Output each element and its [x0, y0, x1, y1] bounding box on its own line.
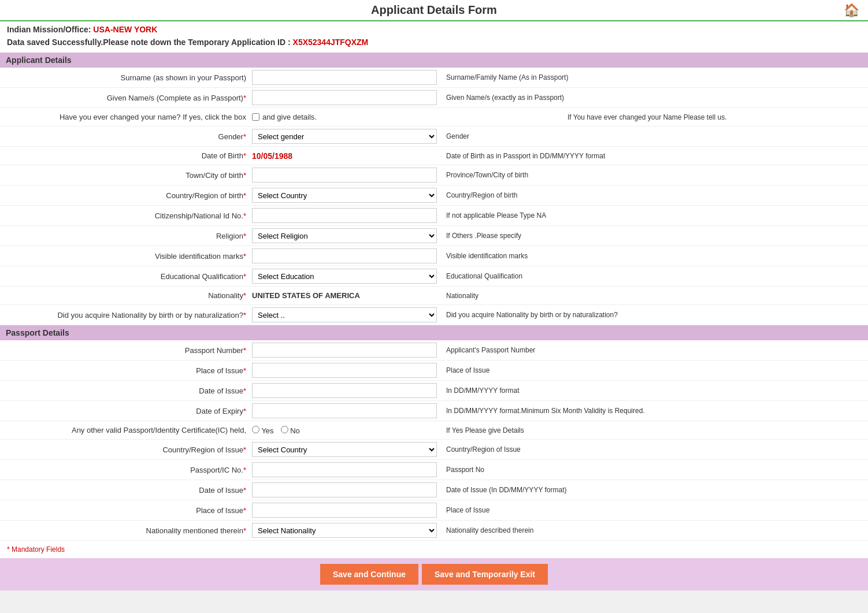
religion-row: Religion* Select Religion Hindu Muslim C… [0, 226, 868, 246]
passport-ic-input-wrapper [252, 462, 437, 477]
visible-marks-input[interactable] [252, 248, 437, 263]
given-names-label: Given Name/s (Complete as in Passport)* [3, 94, 252, 102]
passport-no-input[interactable] [252, 343, 437, 358]
passport-ic-hint: Passport No [437, 466, 865, 474]
mandatory-note: * Mandatory Fields [0, 541, 868, 558]
other-passport-yes-radio[interactable] [252, 426, 259, 433]
religion-select-wrapper: Select Religion Hindu Muslim Christian S… [252, 228, 437, 243]
visible-marks-hint: Visible identification marks [437, 252, 865, 260]
name-changed-input-wrapper: and give details. [252, 113, 558, 121]
education-select[interactable]: Select Education Below Matriculation Mat… [252, 269, 437, 284]
success-msg: Data saved Successfully.Please note down… [7, 38, 861, 47]
date-expiry-input[interactable] [252, 403, 437, 418]
name-changed-row: Have you ever changed your name? If yes,… [0, 108, 868, 127]
place-issue2-input[interactable] [252, 503, 437, 518]
other-passport-no-label: No [281, 426, 300, 435]
date-expiry-hint: In DD/MM/YYYY format.Minimum Six Month V… [437, 407, 865, 415]
nat-acquire-hint: Did you acquire Nationality by birth or … [437, 311, 865, 319]
nat-therein-select[interactable]: Select Nationality [252, 523, 437, 538]
nationality-value: UNITED STATES OF AMERICA [252, 291, 360, 300]
button-bar: Save and Continue Save and Temporarily E… [0, 558, 868, 590]
passport-ic-label: Passport/IC No.* [3, 466, 252, 474]
name-changed-hint: If You have ever changed your Name Pleas… [558, 113, 865, 121]
education-select-wrapper: Select Education Below Matriculation Mat… [252, 269, 437, 284]
visible-marks-input-wrapper [252, 248, 437, 263]
place-issue-hint: Place of Issue [437, 366, 865, 374]
nat-therein-row: Nationality mentioned therein* Select Na… [0, 521, 868, 541]
country-issue-select[interactable]: Select Country [252, 442, 437, 457]
country-issue-row: Country/Region of Issue* Select Country … [0, 440, 868, 460]
date-issue2-hint: Date of Issue (In DD/MM/YYYY format) [437, 486, 865, 494]
town-input[interactable] [252, 168, 437, 183]
country-issue-label: Country/Region of Issue* [3, 445, 252, 454]
citizenship-input[interactable] [252, 208, 437, 223]
surname-input-wrapper [252, 70, 437, 85]
passport-no-label: Passport Number* [3, 346, 252, 355]
nat-therein-select-wrapper: Select Nationality [252, 523, 437, 538]
other-passport-hint: If Yes Please give Details [437, 426, 865, 434]
town-label: Town/City of birth* [3, 171, 252, 180]
town-hint: Province/Town/City of birth [437, 171, 865, 179]
place-issue2-input-wrapper [252, 503, 437, 518]
passport-ic-row: Passport/IC No.* Passport No [0, 460, 868, 480]
save-exit-button[interactable]: Save and Temporarily Exit [422, 564, 548, 585]
other-passport-row: Any other valid Passport/Identity Certif… [0, 421, 868, 440]
name-changed-checkbox[interactable] [252, 113, 259, 121]
education-label: Educational Qualification* [3, 272, 252, 281]
place-issue-input[interactable] [252, 363, 437, 378]
dob-value-wrapper: 10/05/1988 [252, 151, 437, 161]
save-continue-button[interactable]: Save and Continue [320, 564, 418, 585]
page-wrapper: Applicant Details Form 🏠 Indian Mission/… [0, 0, 868, 590]
surname-label: Surname (as shown in your Passport) [3, 73, 252, 82]
country-birth-row: Country/Region of birth* Select Country … [0, 185, 868, 206]
citizenship-row: Citizenship/National Id No.* If not appl… [0, 206, 868, 226]
dob-value: 10/05/1988 [252, 151, 292, 161]
home-icon[interactable]: 🏠 [844, 3, 859, 18]
date-issue-label: Date of Issue* [3, 387, 252, 395]
place-issue-row: Place of Issue* Place of Issue [0, 361, 868, 381]
nat-therein-label: Nationality mentioned therein* [3, 526, 252, 535]
gender-select[interactable]: Select gender Male Female Others [252, 129, 437, 144]
given-names-row: Given Name/s (Complete as in Passport)* … [0, 88, 868, 108]
country-birth-select[interactable]: Select Country [252, 188, 437, 203]
religion-select[interactable]: Select Religion Hindu Muslim Christian S… [252, 228, 437, 243]
given-names-input[interactable] [252, 90, 437, 105]
gender-row: Gender* Select gender Male Female Others… [0, 127, 868, 147]
visible-marks-row: Visible identification marks* Visible id… [0, 246, 868, 266]
page-title: Applicant Details Form [371, 3, 497, 17]
date-issue-input-wrapper [252, 383, 437, 398]
nat-acquire-row: Did you acquire Nationality by birth or … [0, 305, 868, 325]
date-expiry-row: Date of Expiry* In DD/MM/YYYY format.Min… [0, 401, 868, 421]
surname-hint: Surname/Family Name (As in Passport) [437, 73, 865, 81]
other-passport-no-radio[interactable] [281, 426, 288, 433]
name-changed-label: Have you ever changed your name? If yes,… [3, 113, 252, 121]
place-issue-input-wrapper [252, 363, 437, 378]
nationality-hint: Nationality [437, 292, 865, 300]
mission-label: Indian Mission/Office: [7, 25, 91, 34]
date-issue-input[interactable] [252, 383, 437, 398]
country-issue-select-wrapper: Select Country [252, 442, 437, 457]
date-issue2-label: Date of Issue* [3, 486, 252, 495]
surname-input[interactable] [252, 70, 437, 85]
passport-section: Passport Details Passport Number* Applic… [0, 325, 868, 541]
name-changed-suffix: and give details. [262, 113, 317, 121]
date-issue-row: Date of Issue* In DD/MM/YYYY format [0, 381, 868, 401]
place-issue-label: Place of Issue* [3, 366, 252, 375]
education-row: Educational Qualification* Select Educat… [0, 266, 868, 287]
date-expiry-label: Date of Expiry* [3, 407, 252, 415]
given-names-input-wrapper [252, 90, 437, 105]
dob-label: Date of Birth* [3, 151, 252, 160]
date-issue2-input[interactable] [252, 482, 437, 497]
date-issue-hint: In DD/MM/YYYY format [437, 387, 865, 395]
nat-acquire-select[interactable]: Select .. By Birth By Naturalization [252, 307, 437, 322]
mission-line: Indian Mission/Office: USA-NEW YORK [7, 25, 861, 34]
citizenship-label: Citizenship/National Id No.* [3, 211, 252, 220]
town-input-wrapper [252, 168, 437, 183]
top-info: Indian Mission/Office: USA-NEW YORK Data… [0, 21, 868, 53]
applicant-section: Applicant Details Surname (as shown in y… [0, 53, 868, 325]
town-row: Town/City of birth* Province/Town/City o… [0, 165, 868, 185]
mission-name: USA-NEW YORK [93, 25, 157, 34]
passport-no-row: Passport Number* Applicant's Passport Nu… [0, 340, 868, 361]
gender-label: Gender* [3, 132, 252, 141]
passport-ic-input[interactable] [252, 462, 437, 477]
